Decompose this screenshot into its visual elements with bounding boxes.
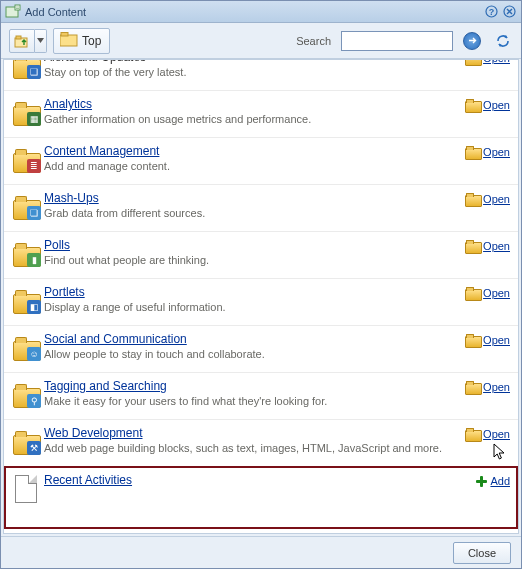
toolbar: Top Search [1, 23, 521, 59]
list-item-text: AnalyticsGather information on usage met… [44, 97, 465, 127]
folder-open-icon [465, 146, 480, 158]
list-item-title[interactable]: Portlets [44, 285, 457, 299]
content-list[interactable]: ❑Alerts and UpdatesStay on top of the ve… [3, 59, 519, 534]
open-link[interactable]: Open [465, 334, 510, 346]
folder-open-icon [465, 381, 480, 393]
list-item-description: Allow people to stay in touch and collab… [44, 348, 457, 360]
nav-up-button[interactable] [9, 29, 35, 53]
list-item: ▮PollsFind out what people are thinking.… [4, 231, 518, 278]
list-item-text: Recent Activities [44, 473, 475, 503]
folder-open-icon [465, 240, 480, 252]
open-link[interactable]: Open [465, 381, 510, 393]
folder-open-icon [465, 428, 480, 440]
list-item-title[interactable]: Mash-Ups [44, 191, 457, 205]
svg-rect-7 [60, 35, 77, 46]
list-item: ≣Content ManagementAdd and manage conten… [4, 137, 518, 184]
list-item: ▦AnalyticsGather information on usage me… [4, 90, 518, 137]
list-item-title[interactable]: Recent Activities [44, 473, 467, 487]
list-item: ☺Social and CommunicationAllow people to… [4, 325, 518, 372]
list-item: ⚒Web DevelopmentAdd web page building bl… [4, 419, 518, 466]
content-area: ❑Alerts and UpdatesStay on top of the ve… [1, 59, 521, 536]
folder-open-icon [465, 59, 480, 64]
search-input[interactable] [341, 31, 453, 51]
search-go-button[interactable] [463, 32, 481, 50]
category-folder-icon: ▮ [12, 238, 44, 268]
list-item-description: Display a range of useful information. [44, 301, 457, 313]
svg-rect-6 [16, 36, 21, 39]
breadcrumb-top[interactable]: Top [53, 28, 110, 54]
list-item-description: Gather information on usage metrics and … [44, 113, 457, 125]
list-item-description: Find out what people are thinking. [44, 254, 457, 266]
list-item-text: Content ManagementAdd and manage content… [44, 144, 465, 174]
close-x-button[interactable] [501, 4, 517, 20]
list-item: ❏Mash-UpsGrab data from different source… [4, 184, 518, 231]
open-link[interactable]: Open [465, 428, 510, 440]
list-item-title: Alerts and Updates [44, 59, 457, 64]
document-icon [12, 473, 44, 503]
list-item: ⚲Tagging and SearchingMake it easy for y… [4, 372, 518, 419]
breadcrumb-top-label: Top [82, 34, 101, 48]
svg-rect-1 [15, 5, 20, 10]
category-folder-icon: ▦ [12, 97, 44, 127]
list-item-text: Web DevelopmentAdd web page building blo… [44, 426, 465, 456]
list-item-title[interactable]: Social and Communication [44, 332, 457, 346]
titlebar: Add Content ? [1, 1, 521, 23]
list-item: Recent ActivitiesAdd [4, 466, 518, 529]
open-link[interactable]: Open [465, 287, 510, 299]
list-item-text: PortletsDisplay a range of useful inform… [44, 285, 465, 315]
up-split-button[interactable] [9, 29, 47, 53]
list-item-text: PollsFind out what people are thinking. [44, 238, 465, 268]
category-folder-icon: ❑ [12, 59, 44, 80]
dialog-footer: Close [1, 536, 521, 568]
add-link[interactable]: Add [475, 475, 510, 487]
category-folder-icon: ❏ [12, 191, 44, 221]
list-item-text: Social and CommunicationAllow people to … [44, 332, 465, 362]
list-item-description: Grab data from different sources. [44, 207, 457, 219]
folder-open-icon [465, 193, 480, 205]
svg-text:?: ? [488, 7, 494, 17]
list-item-description: Stay on top of the very latest. [44, 66, 457, 78]
list-item-text: Alerts and UpdatesStay on top of the ver… [44, 59, 465, 80]
list-item-title[interactable]: Polls [44, 238, 457, 252]
list-item-description: Add web page building blocks, such as te… [44, 442, 457, 454]
list-item-description: Add and manage content. [44, 160, 457, 172]
category-folder-icon: ⚒ [12, 426, 44, 456]
folder-open-icon [465, 99, 480, 111]
category-folder-icon: ⚲ [12, 379, 44, 409]
list-item: ◧PortletsDisplay a range of useful infor… [4, 278, 518, 325]
plus-icon [475, 475, 487, 487]
category-folder-icon: ◧ [12, 285, 44, 315]
dialog-icon [5, 4, 21, 20]
list-item-title[interactable]: Analytics [44, 97, 457, 111]
folder-icon [60, 32, 78, 49]
list-item: ❑Alerts and UpdatesStay on top of the ve… [4, 59, 518, 90]
category-folder-icon: ≣ [12, 144, 44, 174]
list-item-text: Mash-UpsGrab data from different sources… [44, 191, 465, 221]
help-button[interactable]: ? [483, 4, 499, 20]
list-item-text: Tagging and SearchingMake it easy for yo… [44, 379, 465, 409]
open-link[interactable]: Open [465, 146, 510, 158]
close-button[interactable]: Close [453, 542, 511, 564]
open-link[interactable]: Open [465, 193, 510, 205]
svg-rect-8 [61, 33, 68, 37]
folder-open-icon [465, 334, 480, 346]
list-item-title[interactable]: Web Development [44, 426, 457, 440]
open-link[interactable]: Open [465, 59, 510, 64]
dialog-title: Add Content [25, 6, 481, 18]
open-link[interactable]: Open [465, 240, 510, 252]
add-content-dialog: Add Content ? Top Search [0, 0, 522, 569]
nav-up-dropdown[interactable] [35, 29, 47, 53]
open-link[interactable]: Open [465, 99, 510, 111]
refresh-button[interactable] [493, 31, 513, 51]
list-item-title[interactable]: Tagging and Searching [44, 379, 457, 393]
search-label: Search [296, 35, 331, 47]
folder-open-icon [465, 287, 480, 299]
category-folder-icon: ☺ [12, 332, 44, 362]
list-item-description: Make it easy for your users to find what… [44, 395, 457, 407]
list-item-title[interactable]: Content Management [44, 144, 457, 158]
